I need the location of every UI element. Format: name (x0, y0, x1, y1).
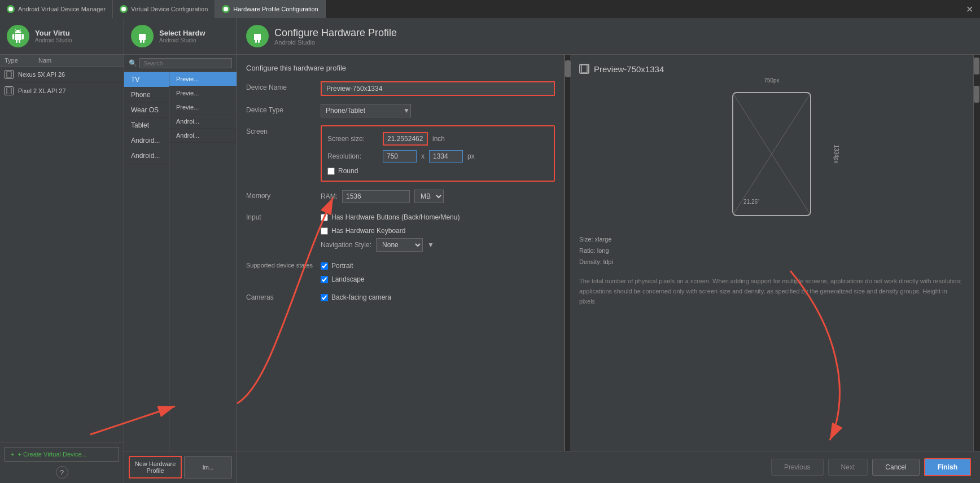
hw-keyboard-label: Has Hardware Keyboard (331, 227, 405, 235)
svg-point-2 (224, 7, 228, 11)
tab-vd-label: Virtual Device Configuration (131, 6, 208, 12)
device-list-item-3[interactable]: Previe... (169, 100, 237, 115)
height-label: 1334px (833, 145, 839, 164)
hw-buttons-checkbox[interactable] (321, 214, 328, 221)
diagonal-label: 21.26" (743, 199, 760, 205)
back-camera-label: Back-facing camera (331, 293, 391, 301)
window-close-button[interactable]: ✕ (959, 0, 980, 18)
create-virtual-device-button[interactable]: + + Create Virtual Device... (5, 447, 119, 462)
category-phone[interactable]: Phone (124, 87, 169, 103)
category-android1[interactable]: Android... (124, 133, 169, 148)
preview-specs: Size: xlarge Ratio: long Density: ldpi (579, 234, 964, 267)
next-button[interactable]: Next (828, 459, 868, 476)
preview-device-name: Preview-750x1334 (594, 64, 664, 74)
device-type-label: Device Type (246, 104, 314, 114)
category-tv[interactable]: TV (124, 72, 169, 87)
device-name-1: Nexus 5X API 26 (18, 71, 65, 78)
screen-size-input[interactable] (383, 132, 428, 146)
portrait-label: Portrait (331, 262, 353, 270)
category-tablet[interactable]: Tablet (124, 118, 169, 133)
configure-title: Configure Hardware Profile (274, 27, 397, 39)
previous-button[interactable]: Previous (771, 459, 824, 476)
device-name-label: Device Name (246, 81, 314, 91)
input-label: Input (246, 211, 314, 221)
resolution-unit: px (467, 152, 475, 160)
density-value: ldpi (603, 258, 613, 265)
device-list-item-5[interactable]: Androi... (169, 129, 237, 143)
android-logo-2 (131, 25, 154, 47)
device-type-icon-2 (5, 86, 14, 95)
preview-description: The total number of physical pixels on a… (579, 276, 964, 306)
device-name-input[interactable] (321, 81, 555, 96)
screen-label: Screen (246, 125, 314, 135)
screen-size-label: Screen size: (327, 135, 378, 143)
portrait-checkbox[interactable] (321, 262, 328, 270)
ram-unit-select[interactable]: MB GB (414, 190, 444, 203)
avd-panel-title: Your Virtu (35, 29, 72, 37)
resolution-width-input[interactable] (383, 150, 417, 163)
category-wearos[interactable]: Wear OS (124, 103, 169, 118)
android-icon-2 (120, 5, 128, 13)
ram-input[interactable] (342, 190, 410, 203)
device-name-2: Pixel 2 XL API 27 (18, 87, 66, 94)
device-type-icon-1 (5, 70, 14, 79)
select-panel-title: Select Hardw (159, 29, 205, 37)
svg-rect-5 (581, 65, 587, 73)
ratio-value: long (597, 247, 609, 254)
density-label: Density: (579, 258, 602, 265)
screen-size-unit: inch (432, 135, 445, 143)
create-btn-label: + Create Virtual Device... (18, 451, 86, 458)
cameras-label: Cameras (246, 291, 314, 301)
android-logo-1 (7, 25, 29, 47)
svg-rect-3 (7, 71, 11, 78)
android-icon-1 (7, 5, 15, 13)
resolution-height-input[interactable] (429, 150, 463, 163)
size-label: Size: (579, 236, 593, 243)
tab-avd-manager[interactable]: Android Virtual Device Manager (0, 0, 113, 18)
device-type-select[interactable]: Phone/Tablet TV Wear OS (321, 104, 411, 117)
device-list-item-4[interactable]: Androi... (169, 115, 237, 129)
back-camera-checkbox[interactable] (321, 294, 328, 301)
form-scrollbar[interactable] (565, 55, 570, 451)
tab-hw-profile[interactable]: Hardware Profile Configuration (215, 0, 325, 18)
cancel-button[interactable]: Cancel (872, 459, 919, 476)
avd-panel-subtitle: Android Studio (35, 37, 72, 43)
configure-footer: Previous Next Cancel Finish (237, 451, 980, 483)
hw-buttons-label: Has Hardware Buttons (Back/Home/Menu) (331, 213, 460, 221)
help-icon[interactable]: ? (56, 466, 68, 478)
select-panel-header: Select Hardw Android Studio (124, 18, 237, 55)
ratio-label: Ratio: (579, 247, 596, 254)
device-list-item-2[interactable]: Previe... (169, 86, 237, 100)
import-button[interactable]: Im... (184, 456, 232, 478)
category-android2[interactable]: Android... (124, 148, 169, 164)
svg-point-0 (8, 7, 13, 11)
resolution-label: Resolution: (327, 152, 378, 160)
landscape-label: Landscape (331, 275, 365, 283)
table-row[interactable]: Pixel 2 XL API 27 (0, 83, 124, 99)
nav-dropdown-icon: ▼ (427, 241, 434, 249)
col-type: Type (5, 57, 38, 64)
tab-vd-config[interactable]: Virtual Device Configuration (113, 0, 215, 18)
col-name: Nam (38, 57, 51, 64)
tab-avd-label: Android Virtual Device Manager (18, 6, 106, 12)
finish-button[interactable]: Finish (924, 458, 971, 476)
configure-subtitle: Android Studio (274, 39, 397, 46)
search-bar: 🔍 (124, 55, 237, 72)
section-title: Configure this hardware profile (246, 64, 555, 72)
table-row[interactable]: Nexus 5X API 26 (0, 67, 124, 83)
width-label: 750px (764, 77, 779, 84)
new-hardware-profile-button[interactable]: New Hardware Profile (129, 456, 182, 478)
main-scrollbar[interactable] (973, 55, 980, 451)
nav-style-label: Navigation Style: (321, 241, 371, 249)
search-input[interactable] (139, 58, 232, 68)
hw-keyboard-checkbox[interactable] (321, 227, 328, 235)
android-icon-3 (222, 5, 230, 13)
device-list-item-1[interactable]: Previe... (169, 72, 237, 86)
landscape-checkbox[interactable] (321, 276, 328, 283)
round-checkbox[interactable] (327, 168, 335, 175)
round-label: Round (338, 167, 358, 175)
svg-rect-4 (7, 87, 11, 94)
tab-hw-label: Hardware Profile Configuration (233, 6, 318, 12)
nav-style-select[interactable]: None D-pad Trackball (376, 238, 423, 252)
preview-title: Preview-750x1334 (579, 64, 964, 74)
